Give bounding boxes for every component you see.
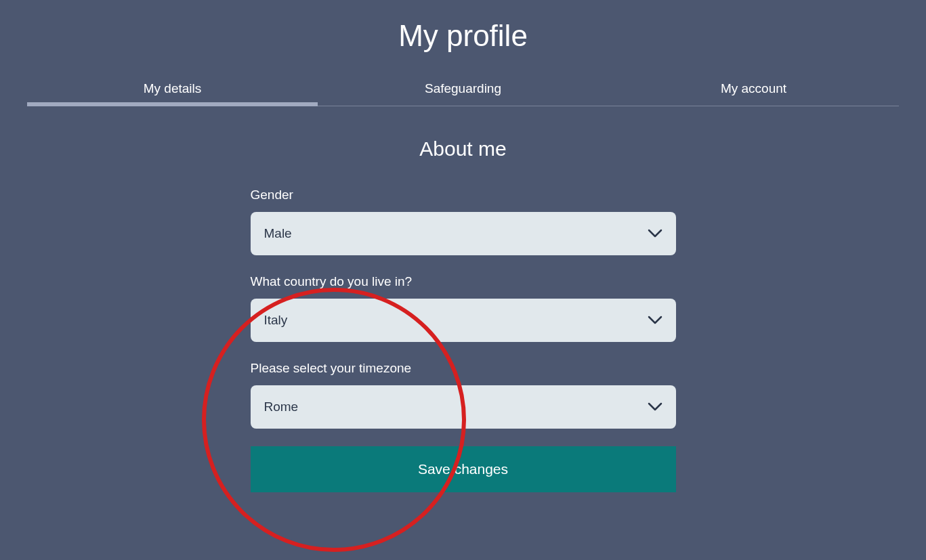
timezone-label: Please select your timezone <box>251 361 676 376</box>
tab-safeguarding[interactable]: Safeguarding <box>318 72 608 106</box>
chevron-down-icon <box>648 316 662 325</box>
profile-form: Gender Male What country do you live in?… <box>251 188 676 492</box>
chevron-down-icon <box>648 402 662 412</box>
gender-value: Male <box>264 226 648 241</box>
gender-label: Gender <box>251 188 676 202</box>
gender-select[interactable]: Male <box>251 212 676 255</box>
save-changes-button[interactable]: Save changes <box>251 446 676 492</box>
section-title: About me <box>0 137 926 160</box>
timezone-value: Rome <box>264 400 648 414</box>
gender-group: Gender Male <box>251 188 676 255</box>
timezone-group: Please select your timezone Rome <box>251 361 676 429</box>
tab-my-account[interactable]: My account <box>608 72 899 106</box>
chevron-down-icon <box>648 229 662 238</box>
country-select[interactable]: Italy <box>251 299 676 342</box>
tab-my-details[interactable]: My details <box>27 72 318 106</box>
country-label: What country do you live in? <box>251 274 676 289</box>
country-value: Italy <box>264 313 648 328</box>
page-title: My profile <box>0 0 926 72</box>
tabs-container: My details Safeguarding My account <box>27 72 899 106</box>
country-group: What country do you live in? Italy <box>251 274 676 342</box>
timezone-select[interactable]: Rome <box>251 385 676 429</box>
